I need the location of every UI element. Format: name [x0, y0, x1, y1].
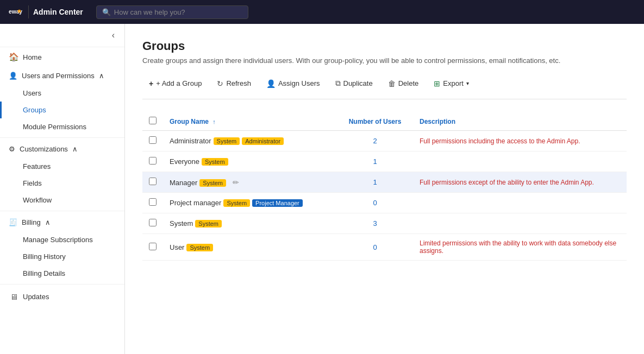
- row-description-cell: Full permissions including the access to…: [413, 131, 627, 151]
- row-checkbox-cell: [142, 213, 163, 234]
- edit-icon[interactable]: ✏: [230, 178, 239, 187]
- row-name-cell: ManagerSystem ✏: [163, 172, 337, 193]
- refresh-icon: ↻: [217, 79, 223, 88]
- row-name-cell: Project managerSystemProject Manager: [163, 193, 337, 213]
- row-checkbox[interactable]: [149, 198, 157, 206]
- sidebar-item-billing-details[interactable]: Billing Details: [0, 265, 124, 282]
- row-checkbox[interactable]: [149, 178, 157, 185]
- row-tag: System: [186, 244, 213, 251]
- users-permissions-chevron: ∧: [99, 72, 104, 80]
- sidebar-item-billing-history[interactable]: Billing History: [0, 248, 124, 265]
- row-description-cell: [413, 213, 627, 234]
- sidebar-item-module-permissions-label: Module Permissions: [23, 123, 86, 131]
- row-tag: System: [195, 220, 222, 227]
- refresh-button[interactable]: ↻ Refresh: [210, 76, 258, 91]
- assign-users-button[interactable]: 👤 Assign Users: [260, 76, 327, 91]
- row-tag: Administrator: [242, 137, 284, 145]
- row-checkbox-cell: [142, 151, 163, 172]
- export-button[interactable]: ⊞ Export ▾: [427, 76, 476, 91]
- export-icon: ⊞: [434, 79, 440, 88]
- sidebar-item-users[interactable]: Users: [0, 85, 124, 102]
- sidebar-item-home-label: Home: [23, 53, 42, 61]
- table-row[interactable]: Project managerSystemProject Manager0: [142, 193, 627, 213]
- table-header-group-name[interactable]: Group Name ↑: [163, 112, 337, 131]
- groups-table-container: Group Name ↑ Number of Users Description…: [142, 112, 627, 261]
- row-name-cell: EveryoneSystem: [163, 151, 337, 172]
- content-area: Groups Create groups and assign there in…: [125, 24, 644, 354]
- table-row[interactable]: ManagerSystem ✏1Full permissions except …: [142, 172, 627, 193]
- table-row[interactable]: AdministratorSystemAdministrator2Full pe…: [142, 131, 627, 151]
- search-icon: 🔍: [102, 8, 111, 16]
- sidebar-item-users-permissions[interactable]: 👤 Users and Permissions ∧: [0, 67, 124, 85]
- sidebar-item-workflow-label: Workflow: [23, 196, 52, 204]
- row-name: Administrator: [170, 137, 211, 145]
- row-checkbox[interactable]: [149, 157, 157, 165]
- row-name: User: [170, 243, 184, 251]
- updates-icon: 🖥: [9, 292, 18, 301]
- export-chevron-icon: ▾: [466, 80, 469, 86]
- row-name: Manager: [170, 179, 197, 187]
- table-row[interactable]: SystemSystem3: [142, 213, 627, 234]
- sidebar-item-customizations[interactable]: ⚙ Customizations ∧: [0, 140, 124, 158]
- row-checkbox[interactable]: [149, 136, 157, 144]
- table-row[interactable]: EveryoneSystem1: [142, 151, 627, 172]
- sort-icon: ↑: [212, 118, 216, 125]
- sidebar-divider-2: [0, 211, 124, 211]
- sidebar-item-workflow[interactable]: Workflow: [0, 192, 124, 208]
- sidebar-item-groups-label: Groups: [23, 106, 46, 114]
- sidebar-divider-1: [0, 137, 124, 138]
- row-num-users-cell: 1: [337, 151, 413, 172]
- customizations-icon: ⚙: [9, 145, 15, 153]
- row-tag: Project Manager: [252, 199, 303, 207]
- row-checkbox[interactable]: [149, 243, 157, 250]
- sidebar-collapse-button[interactable]: ‹: [109, 29, 118, 41]
- assign-users-icon: 👤: [266, 79, 276, 88]
- row-name-cell: SystemSystem: [163, 213, 337, 234]
- sidebar-item-fields[interactable]: Fields: [0, 175, 124, 192]
- topbar: eway c Admin Center 🔍: [0, 0, 644, 24]
- logo-area: eway c Admin Center: [9, 5, 83, 18]
- row-description-cell: Full permissions except of the ability t…: [413, 172, 627, 193]
- sidebar-item-updates[interactable]: 🖥 Updates: [0, 287, 124, 306]
- admin-center-label: Admin Center: [33, 8, 83, 16]
- topbar-divider: [28, 5, 29, 18]
- row-tag: System: [199, 179, 226, 187]
- sidebar: ‹ 🏠 Home 👤 Users and Permissions ∧ Users…: [0, 24, 125, 354]
- billing-chevron: ∧: [45, 218, 51, 226]
- duplicate-button[interactable]: ⧉ Duplicate: [329, 75, 379, 91]
- sidebar-item-groups[interactable]: Groups: [0, 102, 124, 118]
- row-checkbox-cell: [142, 131, 163, 151]
- page-title: Groups: [142, 39, 627, 53]
- sidebar-item-manage-subscriptions[interactable]: Manage Subscriptions: [0, 231, 124, 248]
- row-num-users-cell: 3: [337, 213, 413, 234]
- sidebar-item-features[interactable]: Features: [0, 158, 124, 175]
- select-all-checkbox[interactable]: [149, 117, 157, 124]
- sidebar-item-billing[interactable]: 🧾 Billing ∧: [0, 213, 124, 231]
- sidebar-item-module-permissions[interactable]: Module Permissions: [0, 118, 124, 135]
- row-num-users-cell: 1: [337, 172, 413, 193]
- search-input[interactable]: [114, 8, 242, 16]
- sidebar-item-home[interactable]: 🏠 Home: [0, 47, 124, 67]
- users-permissions-icon: 👤: [9, 72, 17, 80]
- sidebar-item-users-permissions-label: Users and Permissions: [22, 72, 95, 80]
- customizations-chevron: ∧: [72, 145, 78, 153]
- add-group-icon: +: [149, 79, 153, 88]
- row-name-cell: AdministratorSystemAdministrator: [163, 131, 337, 151]
- toolbar: + + Add a Group ↻ Refresh 👤 Assign Users…: [142, 75, 627, 99]
- row-name: System: [170, 219, 193, 227]
- sidebar-item-billing-label: Billing: [22, 218, 41, 226]
- table-row[interactable]: UserSystem0Limited permissions with the …: [142, 234, 627, 261]
- search-bar[interactable]: 🔍: [96, 5, 248, 19]
- row-num-users-cell: 2: [337, 131, 413, 151]
- add-group-button[interactable]: + + Add a Group: [142, 76, 208, 91]
- export-label: Export: [443, 79, 464, 87]
- delete-button[interactable]: 🗑 Delete: [382, 76, 426, 91]
- table-header-description: Description: [413, 112, 627, 131]
- row-name: Everyone: [170, 157, 199, 166]
- sidebar-item-fields-label: Fields: [23, 179, 42, 187]
- sidebar-divider-3: [0, 284, 124, 285]
- row-tag: System: [214, 137, 240, 145]
- row-checkbox[interactable]: [149, 219, 157, 226]
- add-group-label: + Add a Group: [156, 79, 202, 87]
- sidebar-item-users-label: Users: [23, 89, 41, 97]
